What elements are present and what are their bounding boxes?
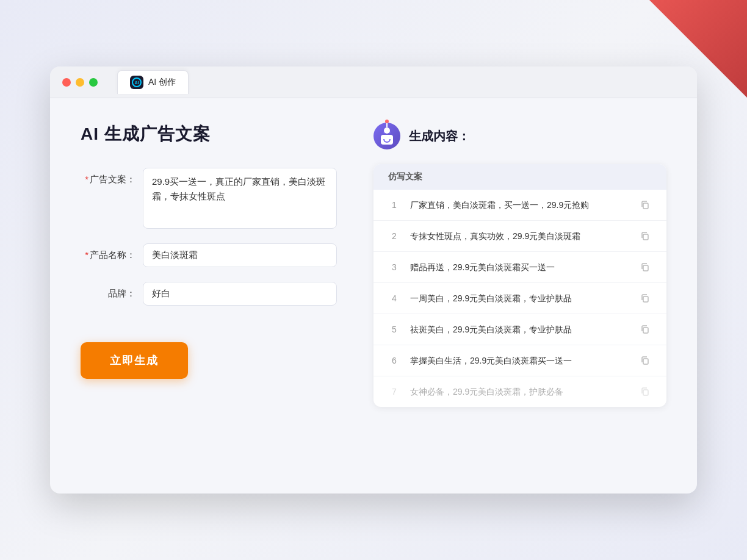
copy-icon[interactable] [638,229,652,243]
result-item: 7女神必备，29.9元美白淡斑霜，护肤必备 [374,376,666,407]
result-item: 4一周美白，29.9元美白淡斑霜，专业护肤品 [374,283,666,314]
copy-icon[interactable] [638,385,652,398]
result-number: 2 [388,231,400,241]
result-item: 1厂家直销，美白淡斑霜，买一送一，29.9元抢购 [374,190,666,221]
robot-eyes [383,131,391,134]
antenna [386,123,388,127]
result-item: 5祛斑美白，29.9元美白淡斑霜，专业护肤品 [374,314,666,345]
result-number: 5 [388,325,400,334]
robot-eye-right [388,131,391,134]
robot-icon [374,123,400,149]
product-name-label: *产品名称： [81,243,135,261]
result-number: 7 [388,387,400,397]
svg-rect-5 [643,359,648,364]
copy-icon[interactable] [638,292,652,305]
brand-label: 品牌： [81,282,135,300]
results-title: 生成内容： [409,128,470,145]
results-container: 仿写文案 1厂家直销，美白淡斑霜，买一送一，29.9元抢购 2专抹女性斑点，真实… [374,164,666,407]
required-star-1: * [85,174,88,184]
svg-rect-6 [643,390,648,395]
product-name-group: *产品名称： [81,243,337,267]
copy-icon[interactable] [638,323,652,336]
result-text: 一周美白，29.9元美白淡斑霜，专业护肤品 [410,292,629,305]
result-text: 赠品再送，29.9元美白淡斑霜买一送一 [410,261,629,274]
result-text: 女神必备，29.9元美白淡斑霜，护肤必备 [410,386,629,398]
required-star-2: * [85,249,88,260]
product-name-label-text: 产品名称： [90,249,135,260]
copy-icon[interactable] [638,260,652,274]
robot-smile [383,139,391,143]
ad-copy-label: *广告文案： [81,168,135,185]
svg-rect-2 [643,265,648,271]
maximize-button[interactable] [89,78,98,87]
result-text: 祛斑美白，29.9元美白淡斑霜，专业护肤品 [410,323,629,336]
brand-input[interactable] [143,282,337,306]
main-content: AI 生成广告文案 *广告文案： *产品名称： 品牌： 立 [50,98,697,431]
tab-label: AI 创作 [148,77,176,88]
result-item: 3赠品再送，29.9元美白淡斑霜买一送一 [374,252,666,283]
result-text: 掌握美白生活，29.9元美白淡斑霜买一送一 [410,354,629,367]
tab-ai-creation[interactable]: AI 创作 [117,70,189,94]
results-list: 1厂家直销，美白淡斑霜，买一送一，29.9元抢购 2专抹女性斑点，真实功效，29… [374,190,666,407]
results-header-row: 生成内容： [374,123,666,149]
ai-tab-icon [130,76,143,89]
svg-rect-3 [643,296,648,302]
results-table-header: 仿写文案 [374,164,666,190]
browser-window: AI 创作 AI 生成广告文案 *广告文案： *产品名称： [50,66,697,494]
result-number: 3 [388,262,400,272]
ad-copy-input[interactable] [143,168,337,229]
copy-icon[interactable] [638,354,652,367]
traffic-lights [62,78,98,87]
close-button[interactable] [62,78,71,87]
result-number: 1 [388,200,400,210]
left-panel: AI 生成广告文案 *广告文案： *产品名称： 品牌： 立 [81,123,337,407]
result-number: 4 [388,293,400,303]
result-text: 专抹女性斑点，真实功效，29.9元美白淡斑霜 [410,230,629,243]
title-bar: AI 创作 [50,66,697,98]
page-title: AI 生成广告文案 [81,123,337,146]
ad-copy-label-text: 广告文案： [90,174,135,184]
minimize-button[interactable] [76,78,84,87]
result-number: 6 [388,356,400,365]
result-item: 2专抹女性斑点，真实功效，29.9元美白淡斑霜 [374,221,666,252]
product-name-input[interactable] [143,243,337,267]
right-panel: 生成内容： 仿写文案 1厂家直销，美白淡斑霜，买一送一，29.9元抢购 2专抹女… [374,123,666,407]
svg-rect-1 [643,234,648,240]
copy-icon[interactable] [638,198,652,212]
brand-group: 品牌： [81,282,337,306]
svg-rect-0 [643,203,648,209]
submit-button[interactable]: 立即生成 [81,342,188,379]
result-text: 厂家直销，美白淡斑霜，买一送一，29.9元抢购 [410,199,629,212]
result-item: 6掌握美白生活，29.9元美白淡斑霜买一送一 [374,345,666,376]
ad-copy-group: *广告文案： [81,168,337,229]
robot-eye-left [383,131,386,134]
svg-rect-4 [643,328,648,333]
